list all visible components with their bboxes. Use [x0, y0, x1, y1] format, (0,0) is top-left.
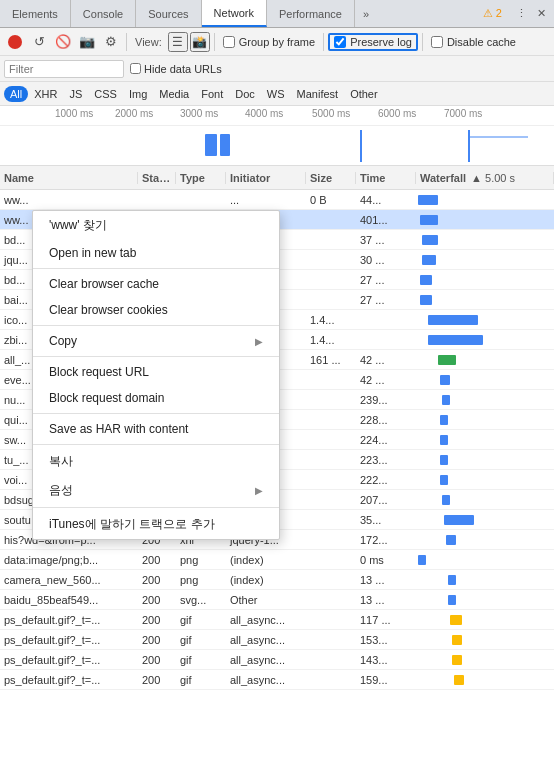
- type-filter-ws[interactable]: WS: [261, 86, 291, 102]
- waterfall-bar: [452, 655, 462, 665]
- table-row[interactable]: ww... ... 0 B 44...: [0, 190, 554, 210]
- ctx-clear-cache[interactable]: Clear browser cache: [33, 271, 279, 297]
- type-filter-img[interactable]: Img: [123, 86, 153, 102]
- preserve-log-label[interactable]: Preserve log: [328, 33, 418, 51]
- table-row[interactable]: data:image/png;b... 200 png (index) 0 ms: [0, 550, 554, 570]
- ctx-find-www[interactable]: 'www' 찾기: [33, 211, 279, 240]
- timeline-bar-2: [220, 134, 230, 156]
- group-by-frame-label[interactable]: Group by frame: [219, 36, 319, 48]
- row-time: 35...: [356, 514, 416, 526]
- disable-cache-checkbox[interactable]: [431, 36, 443, 48]
- screenshot-view-button[interactable]: 📸: [190, 32, 210, 52]
- screenshot-view-icon: 📸: [192, 35, 207, 49]
- close-icon[interactable]: ✕: [533, 5, 550, 22]
- ctx-open-new-tab[interactable]: Open in new tab: [33, 240, 279, 266]
- tab-performance[interactable]: Performance: [267, 0, 355, 27]
- col-header-waterfall[interactable]: Waterfall ▲ 5.00 s: [416, 172, 554, 184]
- row-time: 223...: [356, 454, 416, 466]
- tab-console[interactable]: Console: [71, 0, 136, 27]
- hide-data-urls-checkbox[interactable]: [130, 63, 141, 74]
- ctx-copy[interactable]: Copy ▶: [33, 328, 279, 354]
- waterfall-bar: [444, 515, 474, 525]
- waterfall-bar: [428, 335, 483, 345]
- row-waterfall: [416, 410, 554, 430]
- row-initiator: ...: [226, 194, 306, 206]
- waterfall-bar: [440, 375, 450, 385]
- more-tabs-button[interactable]: »: [357, 0, 375, 27]
- group-by-frame-checkbox[interactable]: [223, 36, 235, 48]
- row-time: 27 ...: [356, 274, 416, 286]
- clear-button[interactable]: 🚫: [52, 31, 74, 53]
- table-row[interactable]: ps_default.gif?_t=... 200 gif all_async.…: [0, 630, 554, 650]
- col-header-size[interactable]: Size: [306, 172, 356, 184]
- waterfall-bar: [440, 475, 448, 485]
- timeline-marker-6: 6000 ms: [378, 108, 416, 119]
- ctx-save-har[interactable]: Save as HAR with content: [33, 416, 279, 442]
- row-size: 0 B: [306, 194, 356, 206]
- table-row[interactable]: ps_default.gif?_t=... 200 gif all_async.…: [0, 650, 554, 670]
- row-name: ps_default.gif?_t=...: [0, 654, 138, 666]
- waterfall-bar: [422, 235, 438, 245]
- row-time: 117 ...: [356, 614, 416, 626]
- ctx-separator-1: [33, 268, 279, 269]
- filter-input[interactable]: [4, 60, 124, 78]
- more-options-icon[interactable]: ⋮: [512, 5, 531, 22]
- type-filter-all[interactable]: All: [4, 86, 28, 102]
- ctx-itunes[interactable]: iTunes에 말하기 트랙으로 추가: [33, 510, 279, 539]
- col-header-status[interactable]: Stat…: [138, 172, 176, 184]
- camera-button[interactable]: 📷: [76, 31, 98, 53]
- type-filter-media[interactable]: Media: [153, 86, 195, 102]
- waterfall-bar: [446, 535, 456, 545]
- type-filter-doc[interactable]: Doc: [229, 86, 261, 102]
- ctx-block-domain[interactable]: Block request domain: [33, 385, 279, 411]
- tab-elements[interactable]: Elements: [0, 0, 71, 27]
- type-filter-font[interactable]: Font: [195, 86, 229, 102]
- disable-cache-label[interactable]: Disable cache: [427, 36, 520, 48]
- warning-badge[interactable]: ⚠ 2: [477, 0, 508, 27]
- table-row[interactable]: baidu_85beaf549... 200 svg... Other 13 .…: [0, 590, 554, 610]
- preserve-log-checkbox[interactable]: [334, 36, 346, 48]
- tab-network[interactable]: Network: [202, 0, 267, 27]
- record-button[interactable]: [4, 31, 26, 53]
- waterfall-bar: [438, 355, 456, 365]
- row-waterfall: [416, 330, 554, 350]
- col-header-name[interactable]: Name: [0, 172, 138, 184]
- table-row[interactable]: camera_new_560... 200 png (index) 13 ...: [0, 570, 554, 590]
- row-waterfall: [416, 290, 554, 310]
- timeline-marker-5: 5000 ms: [312, 108, 350, 119]
- col-header-initiator[interactable]: Initiator: [226, 172, 306, 184]
- ctx-clear-cookies[interactable]: Clear browser cookies: [33, 297, 279, 323]
- row-status: 200: [138, 574, 176, 586]
- row-initiator: all_async...: [226, 634, 306, 646]
- ctx-voice[interactable]: 음성 ▶: [33, 476, 279, 505]
- toolbar-divider-4: [422, 33, 423, 51]
- row-status: 200: [138, 594, 176, 606]
- hide-data-urls-label[interactable]: Hide data URLs: [130, 63, 222, 75]
- timeline-marker-line-2: [468, 130, 470, 162]
- waterfall-bar: [440, 455, 448, 465]
- reload-button[interactable]: ↺: [28, 31, 50, 53]
- ctx-block-url[interactable]: Block request URL: [33, 359, 279, 385]
- list-view-button[interactable]: ☰: [168, 32, 188, 52]
- type-filter-xhr[interactable]: XHR: [28, 86, 63, 102]
- col-header-time[interactable]: Time: [356, 172, 416, 184]
- row-status: 200: [138, 554, 176, 566]
- row-waterfall: [416, 650, 554, 670]
- table-row[interactable]: ps_default.gif?_t=... 200 gif all_async.…: [0, 670, 554, 690]
- row-time: 27 ...: [356, 294, 416, 306]
- table-row[interactable]: ps_default.gif?_t=... 200 gif all_async.…: [0, 610, 554, 630]
- list-view-icon: ☰: [172, 35, 183, 49]
- tab-sources[interactable]: Sources: [136, 0, 201, 27]
- row-time: 207...: [356, 494, 416, 506]
- col-header-type[interactable]: Type: [176, 172, 226, 184]
- type-filter-other[interactable]: Other: [344, 86, 384, 102]
- row-waterfall: [416, 210, 554, 230]
- filter-button[interactable]: ⚙: [100, 31, 122, 53]
- row-status: 200: [138, 634, 176, 646]
- row-waterfall: [416, 610, 554, 630]
- ctx-copy-korean[interactable]: 복사: [33, 447, 279, 476]
- type-filter-css[interactable]: CSS: [88, 86, 123, 102]
- type-filter-js[interactable]: JS: [63, 86, 88, 102]
- row-name: ps_default.gif?_t=...: [0, 614, 138, 626]
- type-filter-manifest[interactable]: Manifest: [291, 86, 345, 102]
